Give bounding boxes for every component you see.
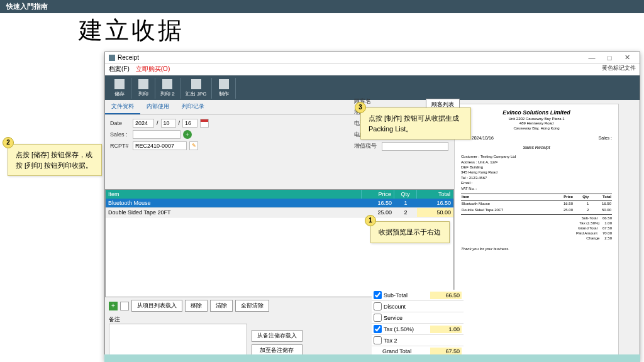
load-remarks-button[interactable]: 从备注储存载入 — [252, 330, 303, 342]
menu-buy-now[interactable]: 立即购买(O) — [136, 65, 170, 74]
row-menu-button[interactable] — [120, 302, 129, 310]
discount-checkbox[interactable] — [374, 302, 382, 310]
cust-vat-input[interactable] — [382, 142, 448, 151]
edit-rcpt-icon[interactable]: ✎ — [189, 141, 198, 150]
make-button[interactable]: 制作 — [212, 78, 236, 99]
day-input[interactable] — [182, 119, 197, 128]
window-title: Receipt — [118, 54, 139, 61]
tax2-checkbox[interactable] — [374, 336, 382, 344]
month-input[interactable] — [161, 119, 176, 128]
app-icon — [109, 55, 115, 61]
save-button[interactable]: 储存 — [108, 78, 131, 99]
preview-totals: Sub-Total66.50 Tax (1.50%)1.00 Grand Tot… — [461, 214, 612, 241]
subtotal-checkbox[interactable] — [374, 291, 382, 299]
col-price: Price — [362, 190, 394, 199]
menubar: 档案(F) 立即购买(O) — [105, 63, 640, 75]
close-button[interactable]: ✕ — [618, 53, 636, 62]
tab-doc-info[interactable]: 文件资料 — [105, 100, 140, 114]
calendar-icon[interactable] — [200, 119, 209, 128]
clear-all-button[interactable]: 全部清除 — [235, 300, 269, 312]
totals-panel: Sub-Total66.50 Discount Service Tax (1.5… — [372, 290, 464, 362]
service-checkbox[interactable] — [374, 314, 382, 322]
cust-vat-label: 增值税号 — [354, 142, 382, 151]
preview-thank-you: Thank you for your business. — [461, 247, 612, 252]
print-icon — [138, 79, 148, 89]
yellow-marker-label: 黄色标记文件 — [602, 64, 636, 72]
preview-items-table: ItemPriceQtyTotal Bluetooth Mouse16.5011… — [461, 194, 612, 213]
date-label: Date — [110, 120, 130, 126]
col-item: Item — [106, 190, 362, 199]
export-jpg-button[interactable]: 汇出 JPG — [180, 78, 213, 99]
menu-file[interactable]: 档案(F) — [109, 65, 130, 74]
year-input[interactable] — [133, 119, 154, 128]
col-qty: Qty — [394, 190, 417, 199]
badge-3: 3 — [355, 102, 366, 113]
callout-2: 点按 [储存] 按钮保存，或按 [列印] 按钮列印收据。 — [8, 144, 102, 176]
page-heading: 建立收据 — [0, 13, 644, 48]
preview-customer-info: Customer : Testing Company Ltd Address :… — [461, 154, 612, 191]
col-total: Total — [417, 190, 453, 199]
minimize-button[interactable]: — — [583, 54, 601, 62]
preview-company: Evinco Solutions Limited — [461, 109, 612, 117]
rcpt-input[interactable] — [133, 141, 187, 150]
add-sales-button[interactable]: + — [183, 130, 192, 139]
items-table: Item Price Qty Total Bluetooth Mouse16.5… — [105, 189, 454, 297]
badge-2: 2 — [3, 137, 14, 148]
toolbar: 储存 列印 列印 2 汇出 JPG 制作 — [105, 75, 640, 100]
print2-icon — [162, 79, 172, 89]
tax1-checkbox[interactable] — [374, 325, 382, 333]
guide-topbar: 快速入門指南 — [0, 0, 644, 13]
preview-title: Sales Receipt — [461, 145, 612, 150]
remove-row-button[interactable]: 移除 — [185, 300, 208, 312]
add-row-button[interactable]: + — [109, 302, 118, 310]
tab-internal[interactable]: 内部使用 — [140, 100, 175, 114]
sales-input[interactable] — [133, 130, 180, 139]
table-row[interactable]: Double Sided Tape 20FT25.00250.00 — [106, 208, 453, 217]
clear-button[interactable]: 清除 — [210, 300, 233, 312]
make-icon — [219, 79, 229, 89]
receipt-window: Receipt — □ ✕ 档案(F) 立即购买(O) 黄色标记文件 储存 列印… — [104, 52, 640, 362]
table-row[interactable]: Bluetooth Mouse16.50116.50 — [106, 199, 453, 208]
print2-button[interactable]: 列印 2 — [155, 78, 180, 99]
print-button[interactable]: 列印 — [131, 78, 155, 99]
save-icon — [114, 79, 125, 89]
receipt-preview: Evinco Solutions Limited Unit 2202 Cause… — [454, 104, 619, 360]
maximize-button[interactable]: □ — [601, 54, 618, 62]
load-from-items-button[interactable]: 从项目列表载入 — [131, 300, 182, 312]
titlebar: Receipt — □ ✕ — [105, 52, 640, 63]
export-icon — [191, 79, 201, 89]
callout-1: 收据预览显示于右边 — [370, 221, 450, 243]
badge-1: 1 — [365, 215, 376, 226]
callout-3: 点按 [制作] 按钮可从收据生成 Packing List。 — [360, 107, 471, 140]
tab-print-log[interactable]: 列印记录 — [175, 100, 211, 114]
bottom-accent-bar — [104, 354, 640, 362]
rcpt-label: RCPT# — [110, 143, 130, 149]
sales-label: Sales : — [110, 131, 130, 138]
